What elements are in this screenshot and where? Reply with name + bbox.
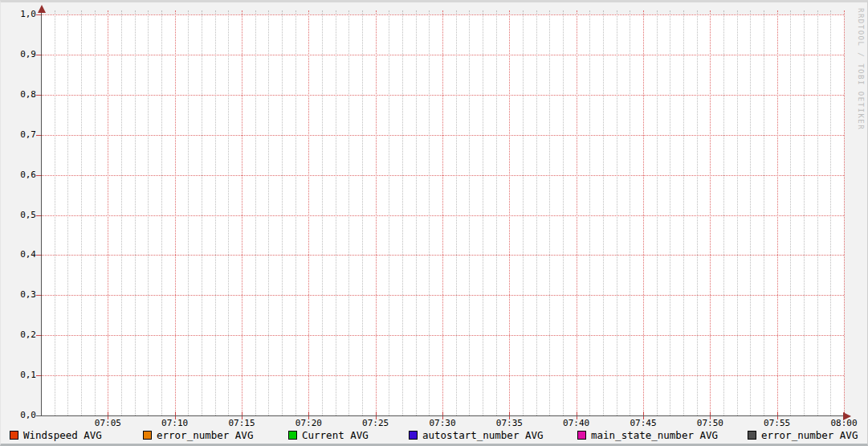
major-gridline-horizontal xyxy=(41,14,844,15)
y-axis-tick-label: 0,7 xyxy=(1,130,36,140)
legend-label: autostart_number AVG xyxy=(422,430,544,440)
legend-item: error_number AVG xyxy=(143,430,253,440)
major-gridline-horizontal xyxy=(41,255,844,256)
minor-gridline-vertical xyxy=(750,10,751,415)
major-gridline-vertical xyxy=(509,10,510,415)
major-gridline-horizontal xyxy=(41,375,844,376)
x-axis-tick-label: 07:50 xyxy=(684,419,736,428)
minor-gridline-vertical xyxy=(161,10,162,415)
major-gridline-horizontal xyxy=(41,55,844,55)
minor-gridline-vertical xyxy=(336,10,336,415)
major-gridline-vertical xyxy=(844,10,845,415)
minor-gridline-vertical xyxy=(523,10,524,415)
major-gridline-horizontal xyxy=(41,215,844,216)
y-axis-tick-label: 0,1 xyxy=(1,370,36,380)
legend-label: error_number AVG xyxy=(761,430,858,440)
legend-item: Windspeed AVG xyxy=(10,430,102,440)
legend-swatch-icon xyxy=(409,431,418,440)
minor-gridline-vertical xyxy=(536,10,537,415)
y-axis-tick-label: 0,3 xyxy=(1,290,36,300)
x-axis-tick-label: 07:40 xyxy=(551,419,602,428)
major-gridline-horizontal xyxy=(41,335,844,336)
legend-label: error_number AVG xyxy=(157,430,253,440)
minor-gridline-vertical xyxy=(589,10,590,415)
minor-gridline-vertical xyxy=(496,10,497,415)
y-axis-line xyxy=(41,7,42,415)
minor-gridline-vertical xyxy=(148,10,149,415)
major-gridline-vertical xyxy=(643,10,644,415)
minor-gridline-vertical xyxy=(483,10,483,415)
major-gridline-vertical xyxy=(108,10,108,415)
minor-gridline-vertical xyxy=(456,10,457,415)
major-gridline-vertical xyxy=(308,10,309,415)
x-axis-tick-label: 07:05 xyxy=(82,419,133,428)
legend-item: main_state_number AVG xyxy=(577,430,718,440)
minor-gridline-vertical xyxy=(282,10,283,415)
major-gridline-vertical xyxy=(577,10,577,415)
x-axis-tick-label: 07:55 xyxy=(752,419,803,428)
minor-gridline-vertical xyxy=(416,10,417,415)
legend-swatch-icon xyxy=(143,431,152,440)
y-axis-tick-label: 1,0 xyxy=(1,10,36,19)
x-axis-tick-label: 07:15 xyxy=(216,419,267,428)
major-gridline-vertical xyxy=(442,10,443,415)
minor-gridline-vertical xyxy=(135,10,136,415)
legend-swatch-icon xyxy=(10,431,18,440)
x-axis-tick-label: 07:25 xyxy=(350,419,401,428)
legend-item: autostart_number AVG xyxy=(409,430,544,440)
minor-gridline-vertical xyxy=(563,10,564,415)
watermark: RRDTOOL / TOBI OETIKER xyxy=(857,8,865,130)
minor-gridline-vertical xyxy=(683,10,684,415)
minor-gridline-vertical xyxy=(737,10,738,415)
minor-gridline-vertical xyxy=(255,10,256,415)
major-gridline-horizontal xyxy=(41,95,844,96)
major-gridline-horizontal xyxy=(41,295,844,296)
minor-gridline-vertical xyxy=(67,10,68,415)
major-gridline-vertical xyxy=(242,10,242,415)
x-axis-tick-label: 07:45 xyxy=(617,419,669,428)
y-axis-tick-label: 0,0 xyxy=(1,411,36,420)
y-axis-tick-label: 0,8 xyxy=(1,90,36,100)
minor-gridline-vertical xyxy=(549,10,550,415)
minor-gridline-vertical xyxy=(603,10,604,415)
major-gridline-horizontal xyxy=(41,135,844,136)
y-axis-tick-label: 0,9 xyxy=(1,50,36,59)
minor-gridline-vertical xyxy=(362,10,363,415)
major-gridline-vertical xyxy=(777,10,778,415)
minor-gridline-vertical xyxy=(268,10,269,415)
major-gridline-vertical xyxy=(710,10,711,415)
x-axis-tick-label: 07:30 xyxy=(417,419,468,428)
minor-gridline-vertical xyxy=(469,10,470,415)
minor-gridline-vertical xyxy=(55,10,55,415)
legend-label: Current AVG xyxy=(302,430,369,440)
minor-gridline-vertical xyxy=(348,10,349,415)
minor-gridline-vertical xyxy=(389,10,389,415)
minor-gridline-vertical xyxy=(657,10,658,415)
legend-label: Windspeed AVG xyxy=(23,430,102,440)
minor-gridline-vertical xyxy=(188,10,189,415)
minor-gridline-vertical xyxy=(697,10,698,415)
minor-gridline-vertical xyxy=(429,10,430,415)
minor-gridline-vertical xyxy=(764,10,764,415)
minor-gridline-vertical xyxy=(617,10,617,415)
rrdtool-graph: 1,00,90,80,70,60,50,40,30,20,10,0 07:050… xyxy=(0,0,868,446)
major-gridline-horizontal xyxy=(41,175,844,176)
minor-gridline-vertical xyxy=(81,10,82,415)
x-axis-line xyxy=(36,415,850,416)
legend-swatch-icon xyxy=(288,431,297,440)
y-axis-tick-label: 0,5 xyxy=(1,211,36,220)
y-axis-tick-label: 0,2 xyxy=(1,330,36,340)
minor-gridline-vertical xyxy=(830,10,831,415)
major-gridline-vertical xyxy=(376,10,377,415)
minor-gridline-vertical xyxy=(630,10,630,415)
minor-gridline-vertical xyxy=(670,10,670,415)
legend-item: error_number AVG xyxy=(748,430,858,440)
minor-gridline-vertical xyxy=(790,10,791,415)
legend-label: main_state_number AVG xyxy=(591,430,718,440)
minor-gridline-vertical xyxy=(723,10,724,415)
minor-gridline-vertical xyxy=(295,10,296,415)
y-axis-tick-label: 0,6 xyxy=(1,170,36,180)
x-axis-tick-label: 07:20 xyxy=(283,419,334,428)
minor-gridline-vertical xyxy=(215,10,216,415)
major-gridline-vertical xyxy=(175,10,176,415)
